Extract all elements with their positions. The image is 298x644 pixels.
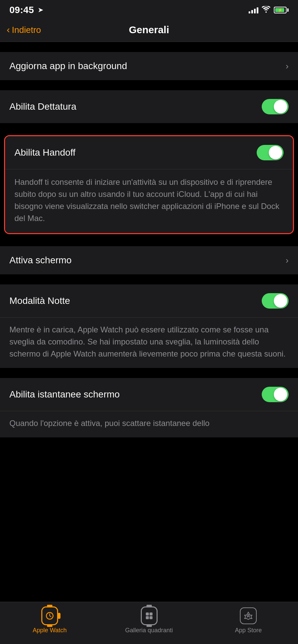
istantanee-label: Abilita istantanee schermo [9,389,120,400]
nav-header: ‹ Indietro Generali [0,18,298,42]
galleria-watch-icon [141,606,158,625]
battery-icon: ⚡ [274,7,289,13]
dettatura-toggle-knob [274,100,287,113]
apple-watch-icon [41,606,58,625]
istantanee-section: Abilita istantanee schermo Quando l'opzi… [0,378,298,437]
status-time: 09:45 ➤ [9,5,43,15]
apple-watch-crown [58,613,60,619]
svg-rect-3 [146,612,149,615]
notte-toggle[interactable] [262,293,289,309]
handoff-toggle-knob [269,146,282,159]
notte-description-text: Mentre è in carica, Apple Watch può esse… [9,325,286,358]
signal-bar-4 [257,7,258,13]
handoff-description-text: Handoff ti consente di iniziare un'attiv… [14,177,279,223]
aggiorna-chevron-icon: › [286,61,289,71]
attiva-section: Attiva schermo › [0,246,298,274]
handoff-description: Handoff ti consente di iniziare un'attiv… [5,169,293,233]
svg-rect-5 [146,616,149,619]
dettatura-toggle[interactable] [262,99,289,114]
back-label: Indietro [12,25,41,35]
app-store-icon: A [240,607,257,624]
signal-bar-2 [251,10,253,13]
section-gap-5 [0,274,298,284]
handoff-row[interactable]: Abilita Handoff [5,136,293,169]
status-bar: 09:45 ➤ ⚡ [0,0,298,18]
istantanee-row[interactable]: Abilita istantanee schermo [0,378,298,411]
app-store-tab-label: App Store [235,627,262,634]
istantanee-description-row: Quando l'opzione è attiva, puoi scattare… [0,411,298,437]
notte-row[interactable]: Modalità Notte [0,284,298,318]
notte-section: Modalità Notte Mentre è in carica, Apple… [0,284,298,368]
aggiorna-row[interactable]: Aggiorna app in background › [0,52,298,80]
tab-app-store[interactable]: A App Store [199,607,298,634]
notte-label: Modalità Notte [9,296,70,306]
back-button[interactable]: ‹ Indietro [7,25,41,35]
galleria-tab-label: Galleria quadranti [125,627,173,634]
handoff-label: Abilita Handoff [14,147,76,158]
battery-bolt-icon: ⚡ [278,8,283,12]
handoff-toggle[interactable] [257,145,284,160]
svg-line-2 [50,616,51,617]
signal-bars [249,7,258,13]
section-gap-2 [0,80,298,90]
svg-text:A: A [247,613,250,619]
dettatura-row[interactable]: Abilita Dettatura [0,90,298,123]
tab-apple-watch[interactable]: Apple Watch [0,607,99,634]
handoff-section: Abilita Handoff Handoff ti consente di i… [4,135,294,234]
handoff-outer: Abilita Handoff Handoff ti consente di i… [0,133,298,236]
istantanee-description-text: Quando l'opzione è attiva, puoi scattare… [9,419,210,428]
chevron-left-icon: ‹ [7,25,10,35]
notte-toggle-knob [274,294,287,308]
galleria-tab-icon [140,607,158,625]
dettatura-label: Abilita Dettatura [9,101,76,112]
notte-description-row: Mentre è in carica, Apple Watch può esse… [0,318,298,368]
aggiorna-label: Aggiorna app in background [9,61,127,71]
istantanee-toggle[interactable] [262,387,289,402]
section-gap-3 [0,123,298,133]
content-area: Aggiorna app in background › Abilita Det… [0,42,298,491]
svg-rect-6 [150,616,153,619]
svg-rect-4 [150,612,153,615]
signal-bar-1 [249,11,250,13]
app-store-tab-icon: A [239,607,257,625]
tab-galleria[interactable]: Galleria quadranti [99,607,199,634]
signal-bar-3 [254,9,256,13]
apple-watch-tab-label: Apple Watch [33,627,67,634]
status-icons: ⚡ [249,6,289,14]
page-title: Generali [129,24,169,36]
section-gap-1 [0,42,298,52]
apple-watch-tab-icon [41,607,59,625]
attiva-row[interactable]: Attiva schermo › [0,246,298,274]
dettatura-section: Abilita Dettatura [0,90,298,123]
attiva-label: Attiva schermo [9,255,72,266]
istantanee-toggle-knob [274,388,287,401]
wifi-icon [262,6,270,14]
section-gap-6 [0,368,298,378]
attiva-chevron-icon: › [286,255,289,266]
tab-bar: Apple Watch Galleria quadranti [0,602,298,644]
location-icon: ➤ [38,6,43,14]
aggiorna-section: Aggiorna app in background › [0,52,298,80]
section-gap-4 [0,236,298,246]
